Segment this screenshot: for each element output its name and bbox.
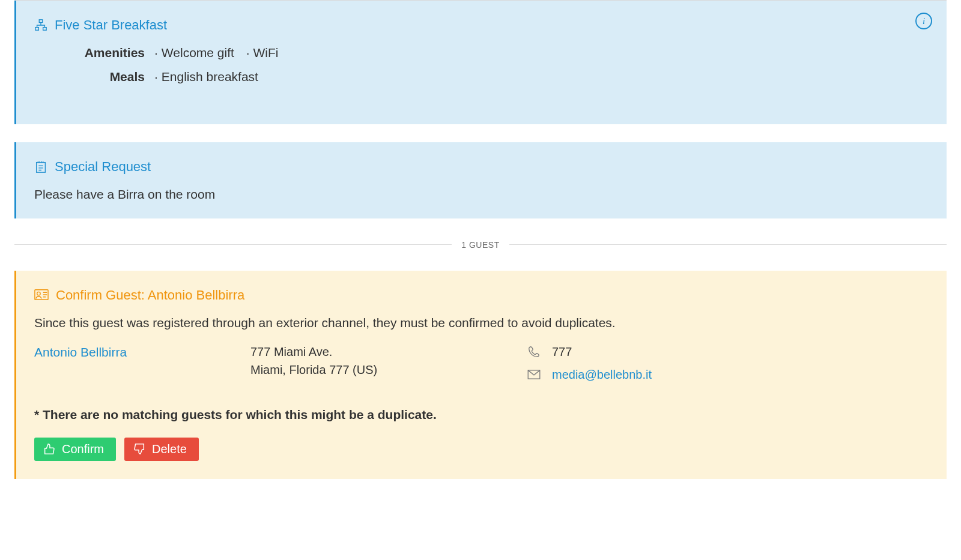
confirm-button[interactable]: Confirm bbox=[34, 438, 116, 461]
action-buttons: Confirm Delete bbox=[34, 438, 929, 461]
phone-icon bbox=[527, 345, 541, 358]
mail-icon bbox=[527, 370, 541, 379]
thumbs-up-icon bbox=[43, 442, 56, 456]
confirm-intro: Since this guest was registered through … bbox=[34, 313, 929, 333]
confirm-button-label: Confirm bbox=[62, 442, 104, 456]
breakfast-title-row: Five Star Breakfast bbox=[34, 15, 929, 35]
meal-item: English breakfast bbox=[162, 70, 258, 83]
guest-columns: Antonio Bellbirra 777 Miami Ave. Miami, … bbox=[34, 343, 929, 388]
hierarchy-icon bbox=[34, 19, 47, 32]
special-request-panel: Special Request Please have a Birra on t… bbox=[14, 142, 947, 218]
svg-rect-2 bbox=[43, 27, 47, 30]
guest-contact-col: 777 media@bellebnb.it bbox=[527, 343, 929, 388]
thumbs-down-icon bbox=[133, 442, 146, 456]
guest-name-col: Antonio Bellbirra bbox=[34, 343, 232, 388]
meals-label: Meals bbox=[52, 67, 154, 86]
confirm-body: Since this guest was registered through … bbox=[34, 313, 929, 461]
breakfast-title: Five Star Breakfast bbox=[55, 15, 167, 35]
guest-address-col: 777 Miami Ave. Miami, Florida 777 (US) bbox=[250, 343, 509, 388]
delete-button-label: Delete bbox=[152, 442, 187, 456]
address-line1: 777 Miami Ave. bbox=[250, 343, 509, 361]
amenities-label: Amenities bbox=[52, 43, 154, 62]
guest-name-link[interactable]: Antonio Bellbirra bbox=[34, 345, 127, 359]
amenity-item: Welcome gift bbox=[162, 46, 234, 59]
svg-rect-1 bbox=[35, 27, 39, 30]
id-card-icon bbox=[34, 289, 49, 301]
duplicate-note: * There are no matching guests for which… bbox=[34, 405, 929, 424]
confirm-title: Confirm Guest: Antonio Bellbirra bbox=[56, 285, 244, 305]
special-request-title-row: Special Request bbox=[34, 157, 929, 176]
amenity-item: WiFi bbox=[253, 46, 279, 59]
meals-value: ·English breakfast bbox=[154, 67, 267, 86]
special-request-text: Please have a Birra on the room bbox=[34, 185, 929, 204]
email-link[interactable]: media@bellebnb.it bbox=[552, 366, 652, 384]
info-icon[interactable]: i bbox=[915, 13, 932, 29]
email-row: media@bellebnb.it bbox=[527, 366, 929, 384]
address-line2: Miami, Florida 777 (US) bbox=[250, 361, 509, 379]
svg-rect-0 bbox=[39, 19, 43, 22]
confirm-guest-panel: Confirm Guest: Antonio Bellbirra Since t… bbox=[14, 271, 947, 479]
amenities-row: Amenities ·Welcome gift ·WiFi bbox=[52, 43, 929, 62]
amenities-value: ·Welcome gift ·WiFi bbox=[154, 43, 287, 62]
phone-value: 777 bbox=[552, 343, 572, 361]
svg-point-5 bbox=[37, 292, 41, 295]
guest-divider: 1 GUEST bbox=[14, 236, 947, 253]
special-request-title: Special Request bbox=[55, 157, 151, 176]
breakfast-panel: i Five Star Breakfast Amenities ·Welcome… bbox=[14, 1, 947, 124]
meals-row: Meals ·English breakfast bbox=[52, 67, 929, 86]
notepad-icon bbox=[34, 160, 47, 173]
phone-row: 777 bbox=[527, 343, 929, 361]
svg-rect-3 bbox=[37, 162, 46, 172]
guest-divider-label: 1 GUEST bbox=[452, 239, 509, 251]
confirm-title-row: Confirm Guest: Antonio Bellbirra bbox=[34, 285, 929, 305]
delete-button[interactable]: Delete bbox=[124, 438, 199, 461]
